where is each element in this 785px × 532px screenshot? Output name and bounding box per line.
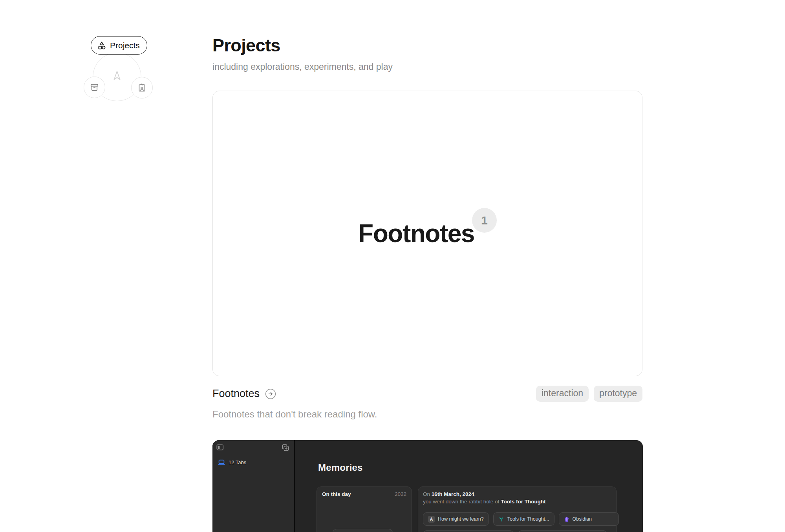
nav-pill-projects[interactable]: Projects bbox=[91, 36, 147, 55]
orbit-about-button[interactable] bbox=[131, 77, 153, 98]
pill-partial-1[interactable] bbox=[423, 530, 514, 532]
preview-main: Memories On this day 2022 On 16th March,… bbox=[295, 440, 643, 532]
id-badge-icon bbox=[137, 83, 147, 93]
on-this-day-title: On this day bbox=[322, 491, 351, 497]
sprout-icon bbox=[498, 516, 504, 522]
plus-square-icon[interactable] bbox=[282, 444, 289, 451]
tag-prototype: prototype bbox=[594, 386, 642, 402]
gem-icon bbox=[564, 516, 569, 522]
memory-date: 16th March, 2024 bbox=[432, 491, 474, 497]
hero-title: Footnotes bbox=[358, 221, 474, 246]
panel-left-icon[interactable] bbox=[216, 444, 224, 451]
archive-icon bbox=[90, 82, 99, 92]
pill-obsidian[interactable]: Obsidian bbox=[559, 512, 619, 526]
tag-interaction: interaction bbox=[536, 386, 589, 402]
sidebar-item-tabs[interactable]: 12 Tabs bbox=[218, 459, 246, 465]
project-name: Footnotes bbox=[212, 388, 260, 400]
pill-how-might-we-learn[interactable]: A How might we learn? bbox=[423, 512, 489, 526]
page-title: Projects bbox=[212, 35, 393, 56]
project-description: Footnotes that don't break reading flow. bbox=[212, 409, 377, 420]
memory-card[interactable]: On 16th March, 2024, you went down the r… bbox=[418, 486, 617, 532]
memory-pill-row-partial bbox=[423, 530, 611, 532]
pill-label: Tools for Thought... bbox=[507, 516, 549, 522]
on-this-day-thumbnail[interactable] bbox=[333, 529, 393, 532]
tab-count-label: 12 Tabs bbox=[229, 459, 246, 465]
pill-tools-for-thought[interactable]: Tools for Thought... bbox=[493, 512, 554, 526]
cursor-arrow-icon bbox=[111, 69, 123, 82]
arrow-right-circle-icon bbox=[265, 388, 276, 399]
memory-line-1: On 16th March, 2024, bbox=[423, 490, 611, 498]
hero-count-badge: 1 bbox=[472, 208, 497, 233]
memories-title: Memories bbox=[318, 462, 363, 473]
nav-pill-label: Projects bbox=[110, 41, 140, 50]
app-preview-card: 12 Tabs Memories On this day 2022 On 16t… bbox=[212, 440, 643, 532]
on-this-day-card[interactable]: On this day 2022 bbox=[317, 486, 412, 532]
memories-cards: On this day 2022 On 16th March, 2024, yo… bbox=[317, 486, 617, 532]
tag-list: interaction prototype bbox=[536, 386, 642, 402]
a-letter-badge-icon: A bbox=[428, 516, 435, 523]
project-hero-card[interactable]: Footnotes 1 bbox=[212, 91, 642, 376]
pill-label: How might we learn? bbox=[438, 516, 484, 522]
project-link[interactable]: Footnotes bbox=[212, 388, 276, 400]
memory-pill-row: A How might we learn? Tools for Thought.… bbox=[423, 512, 611, 526]
preview-sidebar: 12 Tabs bbox=[212, 440, 295, 532]
on-this-day-year: 2022 bbox=[395, 491, 406, 497]
orbit-archive-button[interactable] bbox=[84, 77, 105, 98]
page-subtitle: including explorations, experiments, and… bbox=[212, 62, 393, 72]
on-this-day-header: On this day 2022 bbox=[322, 491, 406, 497]
project-meta-row: Footnotes interaction prototype bbox=[212, 386, 642, 402]
page-header: Projects including explorations, experim… bbox=[212, 35, 393, 72]
laptop-icon bbox=[218, 459, 225, 465]
memory-topic: Tools for Thought bbox=[501, 499, 545, 505]
shapes-icon bbox=[97, 41, 106, 50]
pill-partial-2[interactable] bbox=[518, 530, 607, 532]
pill-label: Obsidian bbox=[573, 516, 592, 522]
hero-title-group: Footnotes 1 bbox=[358, 221, 497, 246]
memory-line-2: you went down the rabbit hole of Tools f… bbox=[423, 498, 611, 505]
